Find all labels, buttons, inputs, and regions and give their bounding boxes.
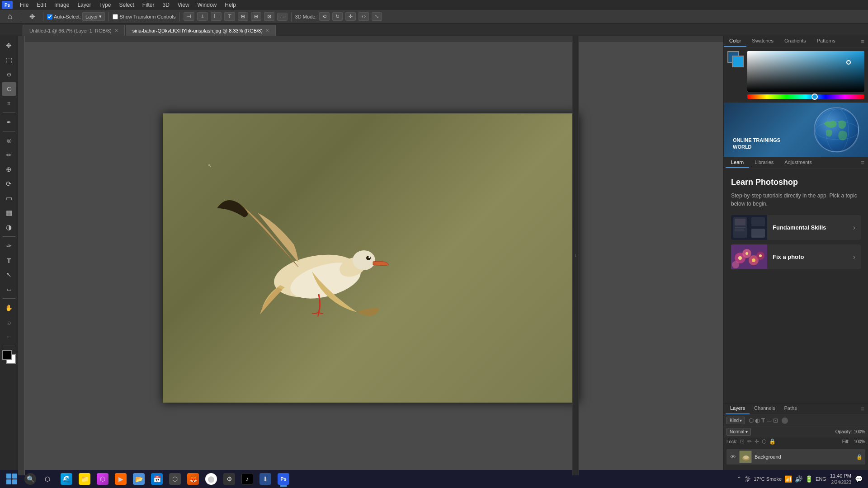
background-color-box[interactable] [732, 56, 744, 67]
layers-panel-menu-icon[interactable]: ≡ [857, 404, 868, 414]
taskbar-vlc-btn[interactable]: ▶ [112, 470, 129, 488]
menu-help[interactable]: Help [221, 1, 240, 9]
smart-filter-icon[interactable]: ⊡ [773, 417, 778, 424]
fix-photo-card[interactable]: Fix a photo › [731, 244, 861, 269]
more-options-btn[interactable]: ··· [277, 13, 288, 21]
3d-slide-btn[interactable]: ⇔ [359, 12, 369, 21]
pixel-filter-icon[interactable]: ⬡ [749, 417, 754, 424]
layer-visibility-icon[interactable]: 👁 [729, 453, 736, 460]
learn-panel-menu-icon[interactable]: ≡ [857, 157, 868, 168]
hand-tool-btn[interactable]: ✋ [2, 301, 16, 314]
align-distribute-btn[interactable]: ⊟ [251, 12, 261, 21]
gradient-tool-btn[interactable]: ▦ [2, 206, 16, 220]
taskbar-explorer-btn[interactable]: 📁 [76, 470, 93, 488]
taskbar-launcher-btn[interactable]: ⚙ [221, 470, 238, 488]
dodge-tool-btn[interactable]: ◑ [2, 221, 16, 234]
show-transform-checkbox[interactable] [113, 14, 118, 19]
color-picker-dot[interactable] [846, 60, 851, 65]
channels-tab[interactable]: Channels [750, 404, 779, 414]
auto-select-check[interactable]: Auto-Select: Layer ▾ [47, 12, 105, 21]
lock-artboard-icon[interactable]: ⬡ [762, 438, 766, 445]
adjustments-tab[interactable]: Adjustments [779, 157, 817, 168]
taskbar-download-btn[interactable]: ⬇ [257, 470, 274, 488]
taskbar-media-btn[interactable]: ⬡ [94, 470, 111, 488]
marquee-tool-btn[interactable]: ⬚ [2, 53, 16, 67]
fundamental-skills-card[interactable]: Fundamental Skills › [731, 215, 861, 240]
move-tool-btn[interactable]: ✥ [2, 39, 16, 52]
clock[interactable]: 11:40 PM 2/24/2023 [830, 473, 851, 485]
panel-collapse-btn[interactable]: ⁞ [572, 36, 579, 475]
tab-untitled-close-icon[interactable]: ✕ [114, 28, 118, 33]
home-button[interactable]: ⌂ [3, 10, 17, 23]
learn-tab[interactable]: Learn [726, 157, 749, 168]
align-center-h-btn[interactable]: ⊥ [197, 12, 208, 21]
eyedropper-tool-btn[interactable]: ✒ [2, 115, 16, 129]
brush-tool-btn[interactable]: ✏ [2, 148, 16, 162]
text-filter-icon[interactable]: T [761, 417, 765, 424]
color-picker-area[interactable] [724, 47, 868, 103]
battery-icon[interactable]: 🔋 [805, 475, 813, 483]
path-select-tool-btn[interactable]: ↖ [2, 268, 16, 282]
lock-transparency-icon[interactable]: ⊡ [740, 438, 745, 445]
eraser-tool-btn[interactable]: ▭ [2, 192, 16, 205]
adjust-filter-icon[interactable]: ◐ [755, 417, 760, 424]
3d-roll-btn[interactable]: ↻ [332, 12, 343, 21]
more-tools-btn[interactable]: ··· [2, 330, 16, 343]
chevron-up-icon[interactable]: ⌃ [736, 475, 742, 483]
color-panel-menu-icon[interactable]: ≡ [857, 36, 868, 47]
show-transform-check[interactable]: Show Transform Controls [113, 14, 175, 19]
menu-window[interactable]: Window [194, 1, 221, 9]
taskbar-edge-btn[interactable]: 🌊 [58, 470, 75, 488]
menu-layer[interactable]: Layer [74, 1, 94, 9]
clone-stamp-tool-btn[interactable]: ⊕ [2, 163, 16, 176]
background-layer-row[interactable]: 👁 Background 🔒 [726, 449, 865, 465]
object-select-tool-btn[interactable]: ⬡ [2, 82, 16, 96]
taskbar-chrome-btn[interactable]: ⬤ [203, 470, 220, 488]
menu-file[interactable]: File [16, 1, 32, 9]
taskbar-photoshop-btn[interactable]: Ps [275, 470, 292, 488]
gradients-tab[interactable]: Gradients [779, 36, 811, 47]
tab-bird-photo-close-icon[interactable]: ✕ [265, 28, 269, 33]
history-brush-tool-btn[interactable]: ⟳ [2, 177, 16, 191]
taskbar-firefox-btn[interactable]: 🦊 [184, 470, 202, 488]
shape-tool-btn[interactable]: ▭ [2, 282, 16, 296]
spot-heal-tool-btn[interactable]: ◎ [2, 134, 16, 147]
opacity-control[interactable]: Opacity: 100% [835, 429, 865, 434]
move-options[interactable]: ✥ [25, 10, 39, 23]
patterns-tab[interactable]: Patterns [811, 36, 841, 47]
paths-tab[interactable]: Paths [780, 404, 802, 414]
libraries-tab[interactable]: Libraries [749, 157, 779, 168]
align-last-btn[interactable]: ⊠ [264, 12, 274, 21]
align-left-btn[interactable]: ⊣ [184, 12, 194, 21]
network-icon[interactable]: 📶 [784, 475, 792, 483]
lasso-tool-btn[interactable]: ⊙ [2, 68, 16, 81]
filter-toggle[interactable] [782, 418, 788, 424]
color-fg-bg-swatches[interactable] [727, 51, 744, 67]
auto-select-checkbox[interactable] [47, 14, 52, 19]
shape-filter-icon[interactable]: ▭ [766, 417, 772, 424]
align-right-btn[interactable]: ⊢ [211, 12, 222, 21]
menu-select[interactable]: Select [115, 1, 137, 9]
taskbar-calendar-btn[interactable]: 📅 [148, 470, 165, 488]
weather-icon[interactable]: 🌫 [745, 475, 751, 483]
3d-drag-btn[interactable]: ✛ [345, 12, 356, 21]
layers-tab[interactable]: Layers [726, 404, 750, 414]
3d-rotate-btn[interactable]: ⟲ [319, 12, 330, 21]
kind-filter-dropdown[interactable]: Kind ▾ [726, 417, 745, 424]
align-center-v-btn[interactable]: ⊞ [238, 12, 248, 21]
taskbar-folder2-btn[interactable]: 📂 [130, 470, 147, 488]
lock-all-icon[interactable]: 🔒 [769, 438, 776, 445]
align-spacer-btn[interactable]: ⊤ [224, 12, 235, 21]
tab-bird-photo[interactable]: sina-bahar-QDkvLKXHYhk-unsplash.jpg @ 8.… [126, 25, 276, 36]
crop-tool-btn[interactable]: ⌗ [2, 97, 16, 110]
text-tool-btn[interactable]: T [2, 253, 16, 267]
pen-tool-btn[interactable]: ✑ [2, 239, 16, 253]
menu-image[interactable]: Image [51, 1, 73, 9]
lock-move-icon[interactable]: ✛ [755, 438, 759, 445]
lock-pixels-icon[interactable]: ✏ [747, 438, 752, 445]
foreground-color-swatch[interactable] [2, 350, 12, 360]
blend-mode-dropdown[interactable]: Normal ▾ [726, 428, 751, 436]
taskbar-taskview-btn[interactable]: ⬡ [39, 470, 56, 488]
taskbar-tiktok-btn[interactable]: ♪ [239, 470, 256, 488]
swatches-tab[interactable]: Swatches [746, 36, 779, 47]
